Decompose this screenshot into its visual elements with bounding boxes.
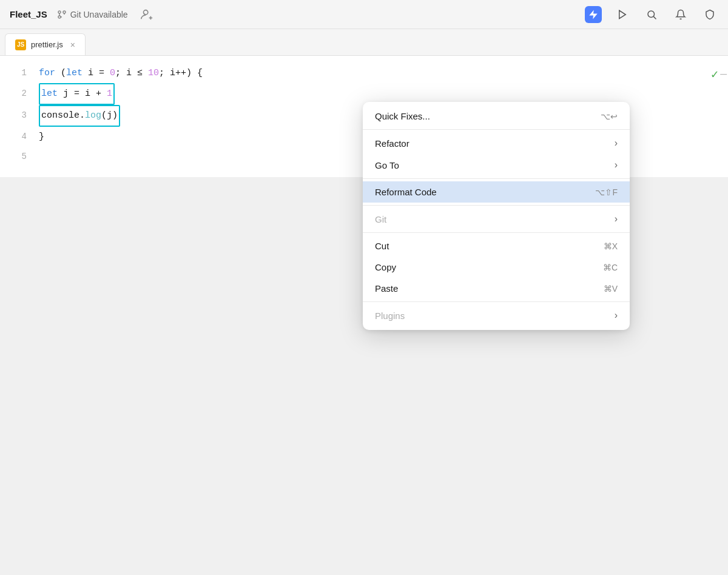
add-user-icon[interactable] — [140, 8, 153, 21]
line-number-2: 2 — [10, 84, 27, 103]
line-content-3: console.log(j) — [39, 105, 120, 127]
svg-point-1 — [63, 11, 66, 13]
menu-item-goto[interactable]: Go To › — [363, 154, 630, 176]
titlebar-left: Fleet_JS Git Unavailable — [10, 8, 153, 21]
git-icon — [57, 10, 67, 19]
quick-fixes-label: Quick Fixes... — [375, 111, 430, 121]
reformat-label: Reformat Code — [375, 187, 437, 197]
svg-point-5 — [648, 11, 655, 18]
menu-item-copy[interactable]: Copy ⌘C — [363, 257, 630, 278]
paste-shortcut: ⌘V — [604, 284, 618, 294]
paste-label: Paste — [375, 283, 398, 294]
cut-shortcut: ⌘X — [604, 241, 618, 251]
titlebar: Fleet_JS Git Unavailable — [0, 0, 728, 29]
svg-point-0 — [58, 11, 61, 13]
git-status: Git Unavailable — [57, 10, 128, 19]
goto-arrow: › — [615, 160, 618, 170]
copy-label: Copy — [375, 262, 396, 272]
menu-item-plugins[interactable]: Plugins › — [363, 304, 630, 326]
js-badge-label: JS — [17, 41, 24, 48]
divider-4 — [363, 232, 630, 233]
file-tab[interactable]: JS prettier.js × — [5, 33, 86, 55]
menu-item-git[interactable]: Git › — [363, 208, 630, 230]
bell-button[interactable] — [672, 6, 689, 23]
bell-icon — [675, 9, 686, 20]
check-icon: ✓ — [711, 66, 718, 85]
line-content-1: for (let i = 0; i ≤ 10; i++) { — [39, 64, 203, 83]
menu-item-paste[interactable]: Paste ⌘V — [363, 278, 630, 299]
titlebar-right — [585, 6, 718, 23]
tab-filename: prettier.js — [31, 40, 63, 49]
divider-1 — [363, 129, 630, 130]
search-button[interactable] — [643, 6, 660, 23]
svg-point-3 — [143, 10, 147, 14]
lightning-button[interactable] — [585, 6, 602, 23]
plugins-label: Plugins — [375, 311, 405, 321]
tabbar: JS prettier.js × — [0, 29, 728, 56]
line-number-5: 5 — [10, 147, 27, 166]
lightning-icon — [588, 9, 599, 20]
git-arrow: › — [615, 214, 618, 224]
context-menu: Quick Fixes... ⌥↩ Refactor › Go To › Ref… — [363, 102, 630, 330]
divider-2 — [363, 178, 630, 179]
shield-button[interactable] — [701, 6, 718, 23]
line-number-1: 1 — [10, 63, 27, 82]
copy-shortcut: ⌘C — [603, 263, 618, 272]
collapse-icon: — — [720, 64, 727, 84]
git-label: Git — [375, 214, 386, 224]
js-badge: JS — [15, 39, 26, 50]
shield-icon — [704, 9, 715, 20]
svg-marker-4 — [619, 10, 626, 19]
menu-item-quick-fixes[interactable]: Quick Fixes... ⌥↩ — [363, 106, 630, 127]
line-number-4: 4 — [10, 127, 27, 146]
play-icon — [617, 9, 628, 20]
divider-5 — [363, 301, 630, 302]
line-content-4: } — [39, 127, 44, 147]
menu-item-refactor[interactable]: Refactor › — [363, 132, 630, 154]
line-number-3: 3 — [10, 106, 27, 125]
play-button[interactable] — [614, 6, 631, 23]
line-content-2: let j = i + 1 — [39, 83, 115, 105]
svg-line-6 — [653, 16, 656, 19]
app-title: Fleet_JS — [10, 9, 47, 19]
quick-fixes-shortcut: ⌥↩ — [601, 112, 618, 121]
refactor-arrow: › — [615, 138, 618, 149]
divider-3 — [363, 205, 630, 206]
menu-item-cut[interactable]: Cut ⌘X — [363, 235, 630, 257]
reformat-shortcut: ⌥⇧F — [595, 187, 618, 197]
plugins-arrow: › — [615, 310, 618, 321]
git-label: Git Unavailable — [70, 10, 128, 19]
editor-line-1: 1 for (let i = 0; i ≤ 10; i++) { — [0, 63, 728, 83]
cut-label: Cut — [375, 241, 389, 251]
tab-close-button[interactable]: × — [70, 40, 75, 50]
menu-item-reformat[interactable]: Reformat Code ⌥⇧F — [363, 181, 630, 203]
search-icon — [646, 9, 657, 20]
refactor-label: Refactor — [375, 138, 410, 149]
goto-label: Go To — [375, 160, 399, 170]
